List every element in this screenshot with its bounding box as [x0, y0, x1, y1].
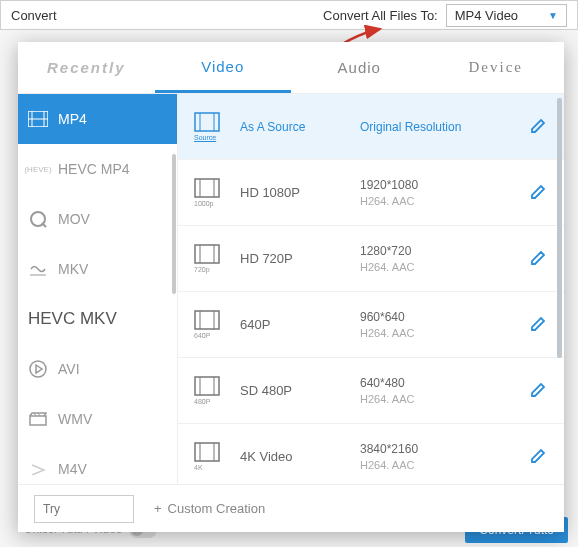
- preset-codec: H264. AAC: [360, 327, 530, 339]
- preset-1080p[interactable]: 1000p HD 1080P 1920*1080H264. AAC: [178, 160, 564, 226]
- sidebar-item-mp4[interactable]: MP4: [18, 94, 177, 144]
- custom-label: Custom Creation: [168, 501, 266, 516]
- svg-rect-10: [195, 113, 219, 131]
- sidebar-item-label: MKV: [58, 261, 88, 277]
- preset-480p[interactable]: 480P SD 480P 640*480H264. AAC: [178, 358, 564, 424]
- preset-resolution: 1920*1080: [360, 178, 530, 192]
- svg-rect-25: [195, 443, 219, 461]
- preset-codec: H264. AAC: [360, 261, 530, 273]
- convert-label: Convert: [11, 8, 57, 23]
- scrollbar[interactable]: [557, 98, 562, 358]
- custom-creation-button[interactable]: + Custom Creation: [154, 501, 265, 516]
- tab-recently[interactable]: Recently: [18, 42, 155, 93]
- edit-icon[interactable]: [530, 382, 548, 400]
- tab-audio[interactable]: Audio: [291, 42, 428, 93]
- sidebar-item-mkv[interactable]: MKV: [18, 244, 177, 294]
- svg-point-6: [30, 361, 46, 377]
- preset-4k[interactable]: 4K 4K Video 3840*2160H264. AAC: [178, 424, 564, 484]
- sidebar-item-label: MOV: [58, 211, 90, 227]
- preset-resolution: 3840*2160: [360, 442, 530, 456]
- tab-device[interactable]: Device: [428, 42, 565, 93]
- format-panel: Recently Video Audio Device MP4 (HEVE) H…: [18, 42, 564, 532]
- format-sidebar: MP4 (HEVE) HEVC MP4 MOV MKV HEVC MKV AVI: [18, 94, 178, 484]
- sidebar-item-label: HEVC MP4: [58, 161, 130, 177]
- sidebar-item-label: AVI: [58, 361, 80, 377]
- preset-codec: H264. AAC: [360, 195, 530, 207]
- preset-resolution: 640*480: [360, 376, 530, 390]
- sidebar-item-label: M4V: [58, 461, 87, 477]
- preset-name: HD 720P: [240, 251, 360, 266]
- clapper-icon: [28, 410, 48, 428]
- svg-rect-22: [195, 377, 219, 395]
- film-icon: 1000p: [194, 178, 224, 208]
- preset-720p[interactable]: 720p HD 720P 1280*720H264. AAC: [178, 226, 564, 292]
- play-circle-icon: [28, 360, 48, 378]
- quicktime-icon: [28, 210, 48, 228]
- preset-source[interactable]: Source As A Source Original Resolution: [178, 94, 564, 160]
- sidebar-item-avi[interactable]: AVI: [18, 344, 177, 394]
- preset-codec: H264. AAC: [360, 393, 530, 405]
- film-icon: 4K: [194, 442, 224, 472]
- film-icon: 720p: [194, 244, 224, 274]
- scrollbar[interactable]: [172, 154, 176, 294]
- preset-resolution: Original Resolution: [360, 120, 530, 134]
- sidebar-item-hevcmp4[interactable]: (HEVE) HEVC MP4: [18, 144, 177, 194]
- svg-rect-19: [195, 311, 219, 329]
- plus-icon: +: [154, 501, 162, 516]
- sidebar-item-wmv[interactable]: WMV: [18, 394, 177, 444]
- svg-rect-16: [195, 245, 219, 263]
- edit-icon[interactable]: [530, 184, 548, 202]
- preset-codec: H264. AAC: [360, 459, 530, 471]
- chevron-down-icon: ▼: [548, 10, 558, 21]
- hevc-icon: (HEVE): [28, 160, 48, 178]
- preset-name: 4K Video: [240, 449, 360, 464]
- preset-resolution: 1280*720: [360, 244, 530, 258]
- preset-name: As A Source: [240, 120, 360, 134]
- preset-640p[interactable]: 640P 640P 960*640H264. AAC: [178, 292, 564, 358]
- convert-all-to-label: Convert All Files To:: [57, 8, 446, 23]
- preset-name: 640P: [240, 317, 360, 332]
- sidebar-item-hevcmkv[interactable]: HEVC MKV: [18, 294, 177, 344]
- mkv-icon: [28, 260, 48, 278]
- preset-resolution: 960*640: [360, 310, 530, 324]
- sidebar-item-label: MP4: [58, 111, 87, 127]
- edit-icon[interactable]: [530, 448, 548, 466]
- svg-rect-13: [195, 179, 219, 197]
- edit-icon[interactable]: [530, 250, 548, 268]
- svg-rect-7: [30, 416, 46, 425]
- format-dropdown[interactable]: MP4 Video ▼: [446, 4, 567, 27]
- search-input[interactable]: [34, 495, 134, 523]
- triangle-icon: [28, 460, 48, 478]
- selected-format: MP4 Video: [455, 8, 518, 23]
- film-icon: Source: [194, 112, 224, 142]
- film-icon: 640P: [194, 310, 224, 340]
- edit-icon[interactable]: [530, 118, 548, 136]
- preset-list: Source As A Source Original Resolution 1…: [178, 94, 564, 484]
- sidebar-item-m4v[interactable]: M4V: [18, 444, 177, 484]
- sidebar-item-label: HEVC MKV: [28, 309, 117, 329]
- edit-icon[interactable]: [530, 316, 548, 334]
- film-icon: 480P: [194, 376, 224, 406]
- sidebar-item-label: WMV: [58, 411, 92, 427]
- tab-video[interactable]: Video: [155, 42, 292, 93]
- preset-name: HD 1080P: [240, 185, 360, 200]
- sidebar-item-mov[interactable]: MOV: [18, 194, 177, 244]
- preset-name: SD 480P: [240, 383, 360, 398]
- film-icon: [28, 110, 48, 128]
